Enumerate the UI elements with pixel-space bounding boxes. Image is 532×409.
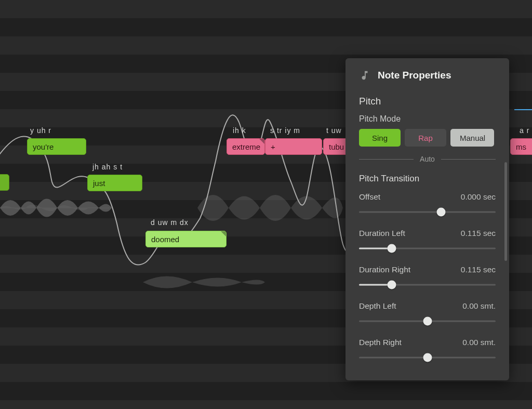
- pitch-mode-segmented: Sing Rap Manual: [359, 129, 496, 147]
- automation-line: [514, 109, 532, 110]
- slider-value: 0.115 sec: [461, 265, 496, 274]
- phoneme-label: y uh r: [30, 126, 51, 135]
- pitch-mode-rap-button[interactable]: Rap: [405, 129, 446, 147]
- slider-duration-right[interactable]: Duration Right 0.115 sec: [359, 265, 496, 290]
- slider-value: 0.115 sec: [461, 229, 496, 238]
- note-lyric: just: [93, 179, 105, 188]
- slider-value: 0.00 smt.: [462, 301, 496, 311]
- note-block[interactable]: [0, 174, 9, 191]
- music-note-icon: [359, 70, 370, 81]
- pitch-mode-manual-button[interactable]: Manual: [450, 129, 494, 147]
- slider-value: 0.00 smt.: [462, 338, 496, 347]
- note-lyric: ms: [516, 142, 526, 151]
- note-lyric: tubu: [329, 142, 344, 151]
- phoneme-label: s tr iy m: [270, 126, 300, 135]
- slider-label: Offset: [359, 192, 380, 202]
- slider-label: Duration Left: [359, 229, 405, 238]
- slider-depth-right[interactable]: Depth Right 0.00 smt.: [359, 338, 496, 363]
- note-block-youre[interactable]: you're: [27, 138, 86, 155]
- slider-duration-left[interactable]: Duration Left 0.115 sec: [359, 229, 496, 254]
- note-lyric: you're: [33, 142, 54, 151]
- phoneme-label: t uw: [326, 126, 342, 135]
- note-block-doomed-selected[interactable]: doomed: [145, 231, 227, 247]
- note-block-just[interactable]: just: [87, 175, 142, 191]
- separator-line: [359, 159, 414, 160]
- note-block-plus[interactable]: +: [265, 138, 322, 155]
- slider-track[interactable]: [359, 207, 496, 217]
- section-heading-pitch: Pitch: [359, 96, 496, 107]
- phoneme-label: d uw m dx: [151, 218, 189, 227]
- note-corner-icon: [259, 139, 264, 144]
- panel-title-row: Note Properties: [359, 70, 496, 81]
- section-heading-transition: Pitch Transition: [359, 174, 496, 184]
- auto-separator: Auto: [359, 155, 496, 163]
- note-lyric: doomed: [151, 235, 179, 244]
- slider-track[interactable]: [359, 243, 496, 254]
- slider-offset[interactable]: Offset 0.000 sec: [359, 192, 496, 217]
- slider-value: 0.000 sec: [461, 192, 496, 202]
- panel-scrollbar[interactable]: [504, 162, 507, 261]
- slider-label: Depth Left: [359, 301, 396, 311]
- auto-label: Auto: [420, 155, 435, 163]
- separator-line: [441, 159, 496, 160]
- slider-track[interactable]: [359, 316, 496, 326]
- note-block-extreme[interactable]: extreme: [227, 138, 265, 155]
- note-properties-panel: Note Properties Pitch Pitch Mode Sing Ra…: [345, 58, 509, 380]
- phoneme-label: a r m: [520, 126, 532, 135]
- pitch-mode-sing-button[interactable]: Sing: [359, 129, 401, 147]
- note-corner-icon: [221, 231, 226, 236]
- note-lyric: extreme: [232, 142, 260, 151]
- panel-title-text: Note Properties: [378, 70, 451, 81]
- note-lyric: +: [271, 142, 275, 151]
- phoneme-label: jh ah s t: [92, 163, 123, 171]
- slider-track[interactable]: [359, 280, 496, 290]
- note-block-ms[interactable]: ms: [510, 138, 532, 155]
- slider-label: Depth Right: [359, 338, 402, 347]
- pitch-mode-label: Pitch Mode: [359, 114, 496, 124]
- slider-depth-left[interactable]: Depth Left 0.00 smt.: [359, 301, 496, 326]
- slider-track[interactable]: [359, 352, 496, 363]
- slider-label: Duration Right: [359, 265, 410, 274]
- phoneme-label: ih k: [233, 126, 246, 135]
